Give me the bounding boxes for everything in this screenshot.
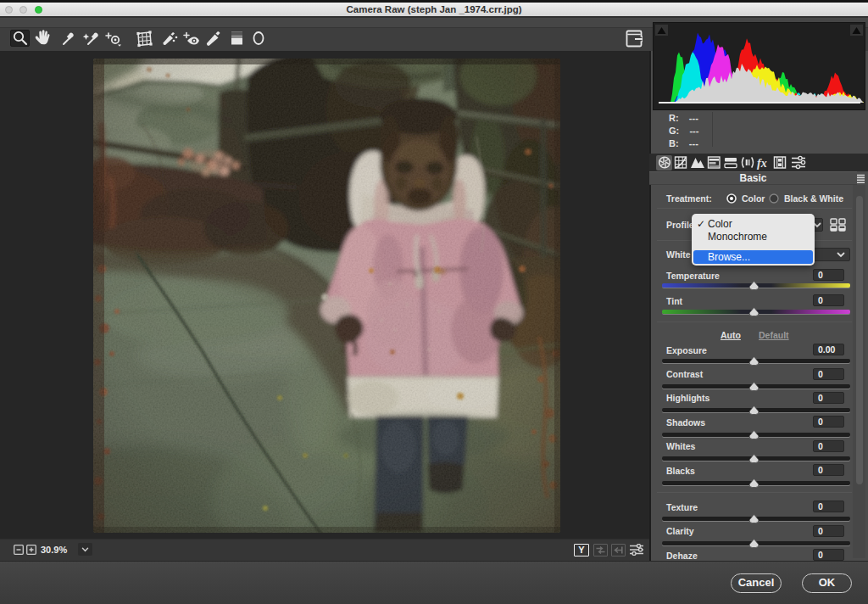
svg-text:fx: fx [757,157,767,170]
